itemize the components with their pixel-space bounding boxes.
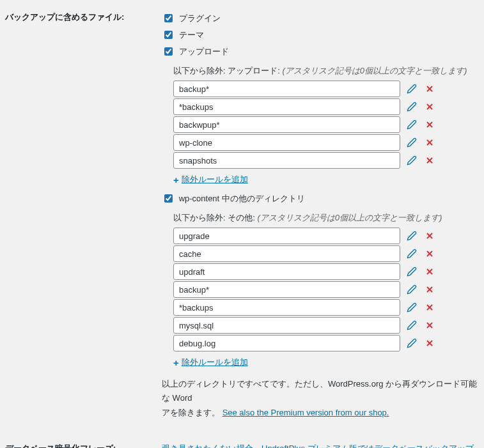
exclude-title-other-text: 以下から除外: その他: (173, 213, 257, 222)
exclusion-rule-row (173, 335, 478, 351)
pencil-icon[interactable] (405, 136, 418, 149)
exclusion-rule-input[interactable] (173, 116, 400, 133)
delete-icon[interactable] (423, 247, 436, 260)
exclusion-rule-row (173, 98, 478, 115)
pencil-icon[interactable] (405, 283, 418, 296)
checkbox-wpcontent-label: wp-content 中の他のディレクトリ (179, 194, 305, 203)
pencil-icon[interactable] (405, 154, 418, 167)
checkbox-plugins[interactable] (164, 14, 173, 22)
plus-icon: + (173, 174, 179, 185)
delete-icon[interactable] (423, 229, 436, 242)
delete-icon[interactable] (423, 337, 436, 350)
exclusion-rule-input[interactable] (173, 81, 400, 97)
pencil-icon[interactable] (405, 247, 418, 260)
checkbox-themes-label: テーマ (179, 30, 204, 40)
exclusion-rule-input[interactable] (173, 245, 400, 262)
pencil-icon[interactable] (405, 229, 418, 242)
pencil-icon[interactable] (405, 100, 418, 113)
exclusion-rule-input[interactable] (173, 134, 400, 151)
exclusion-rule-row (173, 152, 478, 169)
exclusion-rule-input[interactable] (173, 317, 400, 334)
exclusion-rule-input[interactable] (173, 263, 400, 280)
exclusion-rule-row (173, 81, 478, 97)
exclusion-rule-row (173, 281, 478, 298)
exclusion-rule-row (173, 317, 478, 334)
pencil-icon[interactable] (405, 82, 418, 95)
checkbox-plugins-wrap[interactable]: プラグイン (162, 12, 478, 26)
directories-description: 以上のディレクトリですべてです。ただし、WordPress.org から再ダウン… (162, 377, 478, 419)
delete-icon[interactable] (423, 265, 436, 278)
pencil-icon[interactable] (405, 118, 418, 131)
add-exclusion-rule-other[interactable]: + 除外ルールを追加 (173, 357, 248, 368)
exclusion-rule-input[interactable] (173, 228, 400, 244)
exclude-title-uploads: 以下から除外: アップロード: (アスタリスク記号は0個以上の文字と一致します) (173, 65, 478, 77)
exclusion-rule-input[interactable] (173, 335, 400, 351)
exclude-hint: (アスタリスク記号は0個以上の文字と一致します) (282, 66, 467, 75)
checkbox-wpcontent[interactable] (164, 194, 173, 203)
add-exclusion-rule-uploads[interactable]: + 除外ルールを追加 (173, 174, 248, 185)
descr-prefix: 以上のディレクトリですべてです。ただし、WordPress.org から再ダウン… (162, 379, 477, 403)
exclusion-rule-row (173, 299, 478, 316)
exclusion-rule-row (173, 263, 478, 280)
pencil-icon[interactable] (405, 301, 418, 314)
checkbox-themes[interactable] (164, 31, 173, 39)
checkbox-uploads-wrap[interactable]: アップロード (162, 45, 478, 59)
delete-icon[interactable] (423, 154, 436, 167)
exclude-block-uploads: 以下から除外: アップロード: (アスタリスク記号は0個以上の文字と一致します)… (173, 65, 478, 185)
add-rule-label: 除外ルールを追加 (182, 357, 248, 368)
pencil-icon[interactable] (405, 319, 418, 332)
checkbox-plugins-label: プラグイン (179, 13, 221, 23)
pencil-icon[interactable] (405, 265, 418, 278)
exclusion-rule-input[interactable] (173, 299, 400, 316)
delete-icon[interactable] (423, 100, 436, 113)
checkbox-themes-wrap[interactable]: テーマ (162, 28, 478, 42)
exclusion-rule-input[interactable] (173, 152, 400, 169)
exclude-hint: (アスタリスク記号は0個以上の文字と一致します) (257, 213, 442, 222)
exclusion-rule-row (173, 228, 478, 244)
delete-icon[interactable] (423, 118, 436, 131)
delete-icon[interactable] (423, 319, 436, 332)
exclusion-rule-input[interactable] (173, 281, 400, 298)
plus-icon: + (173, 357, 179, 368)
field-label-files: バックアップに含めるファイル: (0, 0, 162, 431)
exclusion-rule-row (173, 245, 478, 262)
add-rule-label: 除外ルールを追加 (182, 174, 248, 185)
exclusion-rule-row (173, 116, 478, 133)
pencil-icon[interactable] (405, 337, 418, 350)
delete-icon[interactable] (423, 283, 436, 296)
delete-icon[interactable] (423, 301, 436, 314)
exclude-block-other: 以下から除外: その他: (アスタリスク記号は0個以上の文字と一致します) + … (173, 212, 478, 368)
descr-suffix: アを除きます。 (162, 408, 220, 417)
delete-icon[interactable] (423, 136, 436, 149)
checkbox-uploads-label: アップロード (179, 47, 229, 56)
checkbox-wpcontent-wrap[interactable]: wp-content 中の他のディレクトリ (162, 192, 478, 206)
premium-shop-link[interactable]: See also the Premium version from our sh… (222, 408, 389, 417)
checkbox-uploads[interactable] (164, 47, 173, 56)
delete-icon[interactable] (423, 82, 436, 95)
exclusion-rule-row (173, 134, 478, 151)
exclusion-rule-input[interactable] (173, 98, 400, 115)
field-label-db-encrypt: データベース暗号化フレーズ: (0, 431, 162, 448)
exclude-title-uploads-text: 以下から除外: アップロード: (173, 66, 282, 75)
premium-encrypt-link[interactable]: 覗き見されたくない場合、UpdraftPlus プレミアム版ではデータベースバッ… (162, 444, 474, 448)
exclude-title-other: 以下から除外: その他: (アスタリスク記号は0個以上の文字と一致します) (173, 212, 478, 224)
